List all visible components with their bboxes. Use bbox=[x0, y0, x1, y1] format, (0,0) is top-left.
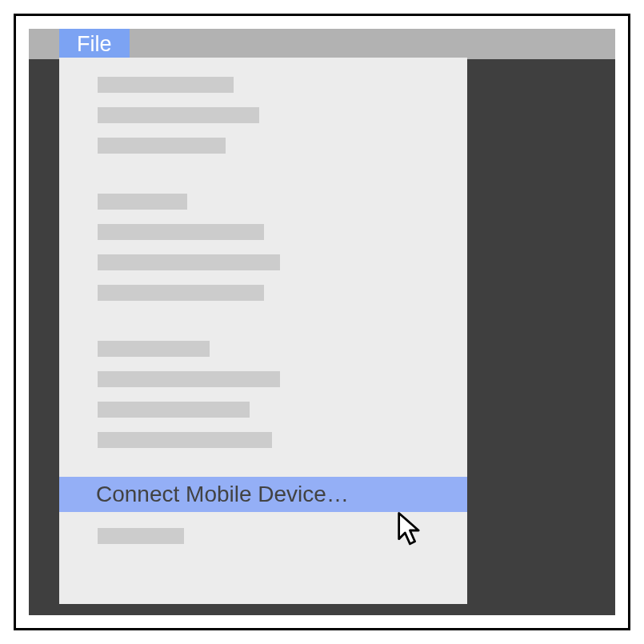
menu-bar: File bbox=[29, 29, 615, 59]
menu-item-placeholder[interactable] bbox=[98, 402, 250, 418]
app-window: File Connect Mobile Device… bbox=[29, 29, 615, 615]
menu-item-connect-mobile-device[interactable]: Connect Mobile Device… bbox=[59, 477, 467, 512]
menu-item-placeholder[interactable] bbox=[98, 371, 280, 387]
menu-item-placeholder[interactable] bbox=[98, 528, 184, 544]
menu-item-placeholder[interactable] bbox=[98, 107, 259, 123]
menu-group bbox=[59, 322, 467, 469]
menu-item-placeholder[interactable] bbox=[98, 77, 234, 93]
menu-item-label: Connect Mobile Device… bbox=[96, 482, 349, 507]
menu-item-placeholder[interactable] bbox=[98, 194, 187, 210]
menu-item-placeholder[interactable] bbox=[98, 254, 280, 270]
menu-file[interactable]: File bbox=[59, 29, 130, 58]
menu-group bbox=[59, 174, 467, 322]
file-dropdown: Connect Mobile Device… bbox=[59, 58, 467, 604]
menu-group bbox=[59, 58, 467, 174]
menu-item-placeholder[interactable] bbox=[98, 285, 264, 301]
menu-group bbox=[59, 512, 467, 544]
menu-item-placeholder[interactable] bbox=[98, 432, 272, 448]
menu-item-placeholder[interactable] bbox=[98, 138, 226, 154]
menu-item-placeholder[interactable] bbox=[98, 224, 264, 240]
menu-item-placeholder[interactable] bbox=[98, 341, 210, 357]
menu-file-label: File bbox=[77, 32, 112, 57]
